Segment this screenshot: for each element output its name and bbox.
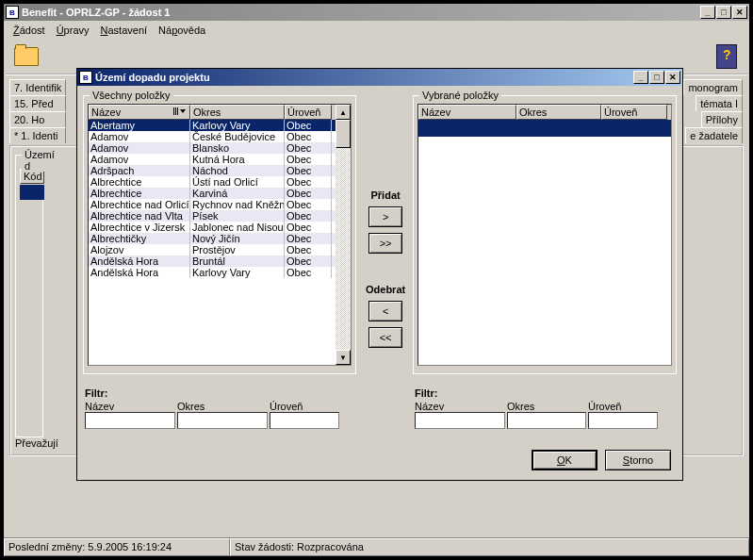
col-level[interactable]: Úroveň <box>285 105 332 120</box>
filter-district-label-l: Okres <box>177 401 268 412</box>
filter-label-right: Filtr: <box>415 387 658 399</box>
tab-temata[interactable]: témata I <box>696 95 743 111</box>
selected-items-fieldset: Vybrané položky Název Okres Úroveň <box>413 95 677 374</box>
tab-monogram[interactable]: monogram <box>683 79 743 95</box>
all-grid-header: Název Okres Úroveň <box>89 105 336 120</box>
filter-district-input-l[interactable] <box>177 412 268 429</box>
all-grid-scrollbar[interactable]: ▲ ▼ <box>336 105 351 365</box>
remove-one-button[interactable]: < <box>368 301 402 321</box>
tab-zadatele[interactable]: e žadatele <box>685 127 743 143</box>
sel-col-district[interactable]: Okres <box>516 105 601 120</box>
all-grid-body[interactable]: AbertamyKarlovy VaryObecAdamovČeské Budě… <box>89 120 336 363</box>
cancel-button[interactable]: Storno <box>605 450 671 470</box>
all-items-grid: Název Okres Úroveň AbertamyKarlovy VaryO… <box>88 104 352 366</box>
filter-level-input-l[interactable] <box>270 412 339 429</box>
filter-name-label-l: Název <box>85 401 175 412</box>
table-row[interactable]: AdršpachNáchodObec <box>89 165 336 176</box>
table-row[interactable]: Albrechtice nad VltaPísekObec <box>89 210 336 222</box>
inner-fieldset: Území d Kód <box>15 155 43 437</box>
inner-legend: Území d <box>22 149 57 172</box>
bottom-label: Převažují <box>15 437 58 449</box>
table-row[interactable]: AdamovČeské BudějoviceObec <box>89 131 336 142</box>
status-state: Stav žádosti: Rozpracována <box>230 538 749 556</box>
all-items-fieldset: Všechny položky Název Okres Úroveň Abert… <box>83 95 356 374</box>
filter-name-label-r: Název <box>415 401 505 412</box>
tab-7[interactable]: 7. Identifik <box>9 79 66 95</box>
ok-button[interactable]: OK <box>532 450 597 470</box>
main-title: Benefit - OPRLZ-GP - žádost 1 <box>22 7 700 18</box>
dialog-window: B Území dopadu projektu _ □ ✕ Všechny po… <box>76 68 683 481</box>
toolbar-help[interactable] <box>710 41 744 72</box>
filter-level-label-l: Úroveň <box>270 401 339 412</box>
filter-name-input-r[interactable] <box>415 412 505 429</box>
table-row[interactable]: Andělská HoraKarlovy VaryObec <box>89 267 336 278</box>
filter-level-input-r[interactable] <box>588 412 658 429</box>
maximize-button[interactable]: □ <box>716 6 731 19</box>
statusbar: Poslední změny: 5.9.2005 16:19:24 Stav ž… <box>4 537 749 556</box>
filter-level-label-r: Úroveň <box>588 401 658 412</box>
add-one-button[interactable]: > <box>368 206 402 227</box>
menu-upravy[interactable]: Úpravy <box>51 23 95 38</box>
menu-napoveda[interactable]: Nápověda <box>153 23 211 38</box>
selected-items-grid: Název Okres Úroveň <box>417 104 672 366</box>
sel-col-level[interactable]: Úroveň <box>601 105 667 120</box>
all-items-legend: Všechny položky <box>90 90 173 101</box>
dialog-maximize[interactable]: □ <box>649 71 664 84</box>
tab-15[interactable]: 15. Před <box>9 95 66 111</box>
app-icon: B <box>6 6 19 19</box>
toolbar-open[interactable] <box>9 41 43 72</box>
table-row[interactable]: AbertamyKarlovy VaryObec <box>89 120 336 131</box>
menu-zadost[interactable]: Žádost <box>8 23 51 38</box>
tab-1[interactable]: * 1. Identi <box>9 127 66 143</box>
table-row[interactable]: Albrechtice v JizerskJablonec nad NisouO… <box>89 222 336 233</box>
menubar: Žádost Úpravy Nastavení Nápověda <box>4 21 749 40</box>
remove-all-button[interactable]: << <box>368 327 402 348</box>
table-row[interactable]: AlbrechticeÚstí nad OrlicíObec <box>89 176 336 188</box>
sel-col-name[interactable]: Název <box>418 105 516 120</box>
scroll-up[interactable]: ▲ <box>336 105 351 120</box>
dialog-title: Území dopadu projektu <box>95 72 633 83</box>
tab-20[interactable]: 20. Ho <box>9 111 66 127</box>
scroll-down[interactable]: ▼ <box>336 350 351 365</box>
close-button[interactable]: ✕ <box>732 6 747 19</box>
dialog-icon: B <box>79 71 92 84</box>
menu-nastaveni[interactable]: Nastavení <box>95 23 154 38</box>
add-all-button[interactable]: >> <box>368 233 402 254</box>
table-row[interactable]: AdamovKutná HoraObec <box>89 154 336 165</box>
dialog-titlebar: B Území dopadu projektu _ □ ✕ <box>77 69 682 86</box>
filter-label-left: Filtr: <box>85 387 339 399</box>
table-row[interactable]: AlbrechtičkyNový JičínObec <box>89 233 336 244</box>
filter-district-label-r: Okres <box>507 401 586 412</box>
dialog-minimize[interactable]: _ <box>633 71 648 84</box>
selected-items-legend: Vybrané položky <box>419 90 501 101</box>
status-last-change: Poslední změny: 5.9.2005 16:19:24 <box>4 538 230 556</box>
table-row[interactable]: AdamovBlanskoObec <box>89 142 336 154</box>
minimize-button[interactable]: _ <box>700 6 715 19</box>
filter-name-input-l[interactable] <box>85 412 175 429</box>
main-titlebar: B Benefit - OPRLZ-GP - žádost 1 _ □ ✕ <box>4 4 749 21</box>
table-row[interactable]: AlbrechticeKarvináObec <box>89 188 336 199</box>
filter-district-input-r[interactable] <box>507 412 586 429</box>
col-name[interactable]: Název <box>89 105 190 120</box>
sel-grid-body[interactable] <box>418 120 671 137</box>
sel-grid-header: Název Okres Úroveň <box>418 105 671 120</box>
add-label: Přidat <box>371 189 401 201</box>
table-row[interactable]: AlojzovProstějovObec <box>89 244 336 255</box>
table-row[interactable]: Andělská HoraBruntálObec <box>89 255 336 267</box>
tab-prilohy[interactable]: Přílohy <box>701 111 743 127</box>
col-district[interactable]: Okres <box>190 105 285 120</box>
table-row[interactable]: Albrechtice nad OrlicíRychnov nad KněžnO… <box>89 199 336 210</box>
dialog-close[interactable]: ✕ <box>665 71 680 84</box>
remove-label: Odebrat <box>366 284 405 295</box>
